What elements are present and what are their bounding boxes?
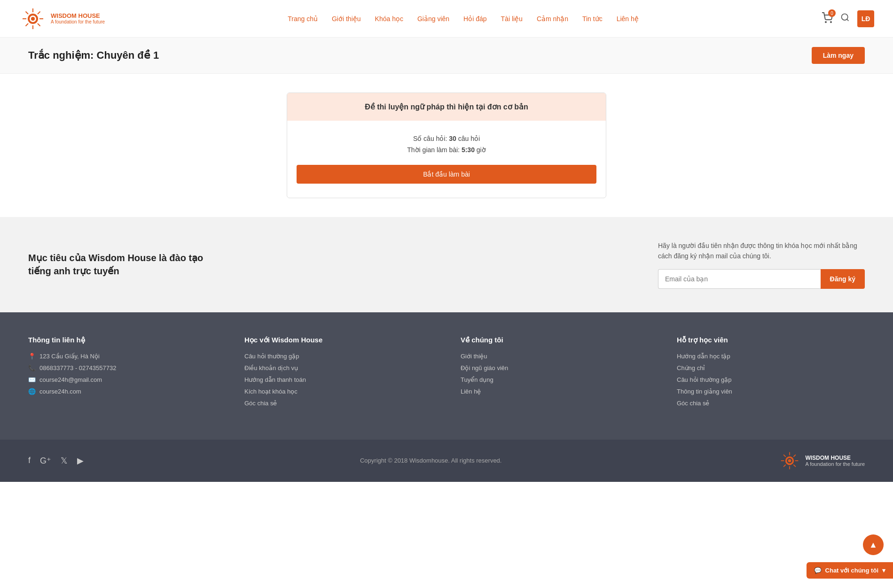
svg-line-5	[26, 11, 29, 14]
bat-dau-button[interactable]: Bắt đầu làm bài	[297, 165, 596, 184]
quiz-so-cau: Số câu hỏi: 30 câu hỏi	[297, 135, 596, 142]
facebook-link[interactable]: f	[28, 456, 31, 466]
link-huong-dan[interactable]: Hướng dẫn thanh toán	[244, 376, 306, 383]
link-cau-hoi-thuong-gap[interactable]: Câu hỏi thường gặp	[677, 376, 732, 383]
main-content: Đề thi luyện ngữ pháp thì hiện tại đơn c…	[0, 74, 893, 217]
link-cau-hoi[interactable]: Câu hỏi thường gặp	[244, 353, 299, 360]
svg-line-14	[847, 19, 849, 21]
footer-top: Mục tiêu của Wisdom House là đào tạo tiế…	[0, 217, 893, 312]
link-gioi-thieu[interactable]: Giới thiệu	[461, 353, 487, 360]
footer-logo: WISDOM HOUSE A foundation for the future	[778, 449, 865, 472]
footer-website: 🌐 course24h.com	[28, 388, 216, 395]
logo[interactable]: WISDOM HOUSE A foundation for the future	[19, 5, 105, 33]
svg-line-6	[38, 23, 40, 26]
logo-title: WISDOM HOUSE	[51, 12, 105, 20]
link-lien-he[interactable]: Liên hệ	[461, 388, 481, 395]
footer-hocvoi-title: Học với Wisdom House	[244, 336, 432, 344]
footer-vechungtoi-links: Giới thiệu Đội ngũ giáo viên Tuyển dụng …	[461, 353, 649, 395]
search-button[interactable]	[840, 13, 850, 24]
footer-hotro-links: Hướng dẫn học tập Chứng chỉ Câu hỏi thườ…	[677, 353, 865, 407]
svg-line-20	[783, 455, 786, 457]
link-tuyen-dung[interactable]: Tuyển dụng	[461, 376, 494, 383]
footer-hotro-title: Hỗ trợ học viên	[677, 336, 865, 344]
list-item: Kích hoạt khóa học	[244, 388, 432, 395]
footer-cols: Thông tin liên hệ 📍 123 Cầu Giấy, Hà Nội…	[28, 336, 865, 411]
footer-address: 📍 123 Cầu Giấy, Hà Nội	[28, 353, 216, 360]
nav-tai-lieu[interactable]: Tài liệu	[501, 15, 523, 23]
list-item: Tuyển dụng	[461, 376, 649, 383]
link-dieu-khoan[interactable]: Điều khoản dịch vụ	[244, 364, 298, 371]
nav-khoa-hoc[interactable]: Khóa học	[375, 15, 403, 23]
link-huong-dan-hoc[interactable]: Hướng dẫn học tập	[677, 353, 730, 360]
user-button[interactable]: LĐ	[857, 10, 874, 27]
logo-text: WISDOM HOUSE A foundation for the future	[51, 12, 105, 25]
copyright-text: Copyright © 2018 Wisdomhouse. All rights…	[360, 457, 502, 464]
svg-line-22	[783, 464, 786, 467]
link-chung-chi[interactable]: Chứng chỉ	[677, 364, 705, 371]
logo-subtitle: A foundation for the future	[51, 19, 105, 25]
list-item: Giới thiệu	[461, 353, 649, 360]
header-actions: 0 LĐ	[822, 10, 874, 27]
quiz-card-body: Số câu hỏi: 30 câu hỏi Thời gian làm bài…	[287, 121, 606, 198]
mission-text: Mục tiêu của Wisdom House là đào tạo tiế…	[28, 251, 226, 278]
email-input[interactable]	[658, 269, 821, 289]
footer-logo-title: WISDOM HOUSE	[805, 455, 865, 461]
svg-line-4	[38, 11, 40, 14]
list-item: Điều khoản dịch vụ	[244, 364, 432, 371]
subscribe-text: Hãy là người đầu tiên nhận được thông ti…	[658, 240, 865, 262]
footer-bottom: f G⁺ 𝕏 ▶ Copyright © 2018 Wisdomhouse. A…	[0, 440, 893, 482]
logo-icon	[19, 5, 47, 33]
nav-cam-nhan[interactable]: Cảm nhận	[537, 15, 568, 23]
quiz-card-header: Đề thi luyện ngữ pháp thì hiện tại đơn c…	[287, 93, 606, 121]
quiz-thoi-gian: Thời gian làm bài: 5:30 giờ	[297, 146, 596, 154]
svg-line-19	[794, 455, 796, 457]
svg-line-7	[26, 23, 29, 26]
footer-hocvoi-links: Câu hỏi thường gặp Điều khoản dịch vụ Hư…	[244, 353, 432, 407]
footer-col-contact: Thông tin liên hệ 📍 123 Cầu Giấy, Hà Nội…	[28, 336, 216, 411]
link-goc-chia-se[interactable]: Góc chia sẻ	[244, 400, 277, 407]
footer-vechungtoi-title: Về chúng tôi	[461, 336, 649, 344]
list-item: Chứng chỉ	[677, 364, 865, 371]
phone-icon: 📞	[28, 364, 36, 371]
list-item: Góc chia sẻ	[244, 400, 432, 407]
footer-contact-title: Thông tin liên hệ	[28, 336, 216, 344]
page-title-bar: Trắc nghiệm: Chuyên đề 1 Làm ngay	[0, 38, 893, 74]
subscribe-row: Đăng ký	[658, 269, 865, 289]
main-nav: Trang chủ Giới thiệu Khóa học Giảng viên…	[288, 15, 639, 23]
dang-ky-button[interactable]: Đăng ký	[821, 269, 865, 289]
link-thong-tin-giang-vien[interactable]: Thông tin giảng viên	[677, 388, 732, 395]
footer-col-ho-tro: Hỗ trợ học viên Hướng dẫn học tập Chứng …	[677, 336, 865, 411]
location-icon: 📍	[28, 353, 36, 360]
list-item: Đội ngũ giáo viên	[461, 364, 649, 371]
page-title: Trắc nghiệm: Chuyên đề 1	[28, 49, 159, 62]
youtube-link[interactable]: ▶	[77, 456, 84, 466]
search-icon	[840, 13, 850, 22]
email-icon: ✉️	[28, 376, 36, 383]
nav-tin-tuc[interactable]: Tin tức	[582, 15, 603, 23]
header: WISDOM HOUSE A foundation for the future…	[0, 0, 893, 38]
svg-point-10	[31, 17, 35, 21]
twitter-link[interactable]: 𝕏	[61, 456, 68, 466]
footer-col-hoc-voi: Học với Wisdom House Câu hỏi thường gặp …	[244, 336, 432, 411]
svg-point-13	[841, 14, 847, 20]
list-item: Thông tin giảng viên	[677, 388, 865, 395]
lam-ngay-button[interactable]: Làm ngay	[812, 47, 865, 64]
list-item: Liên hệ	[461, 388, 649, 395]
footer-main: Thông tin liên hệ 📍 123 Cầu Giấy, Hà Nội…	[0, 312, 893, 440]
nav-trang-chu[interactable]: Trang chủ	[288, 15, 318, 23]
nav-lien-he[interactable]: Liên hệ	[617, 15, 639, 23]
link-goc-chia-se-hotro[interactable]: Góc chia sẻ	[677, 400, 709, 407]
link-doi-ngu[interactable]: Đội ngũ giáo viên	[461, 364, 508, 371]
footer-subscribe: Hãy là người đầu tiên nhận được thông ti…	[658, 240, 865, 289]
svg-point-11	[825, 22, 826, 23]
svg-point-25	[788, 459, 791, 462]
svg-line-21	[794, 464, 796, 467]
link-kich-hoat[interactable]: Kích hoạt khóa học	[244, 388, 298, 395]
cart-button[interactable]: 0	[822, 12, 833, 25]
footer-logo-icon	[778, 449, 801, 472]
google-plus-link[interactable]: G⁺	[40, 456, 51, 466]
nav-giang-vien[interactable]: Giảng viên	[417, 15, 449, 23]
footer-email: ✉️ course24h@gmail.com	[28, 376, 216, 383]
nav-hoi-dap[interactable]: Hỏi đáp	[463, 15, 486, 23]
nav-gioi-thieu[interactable]: Giới thiệu	[332, 15, 361, 23]
